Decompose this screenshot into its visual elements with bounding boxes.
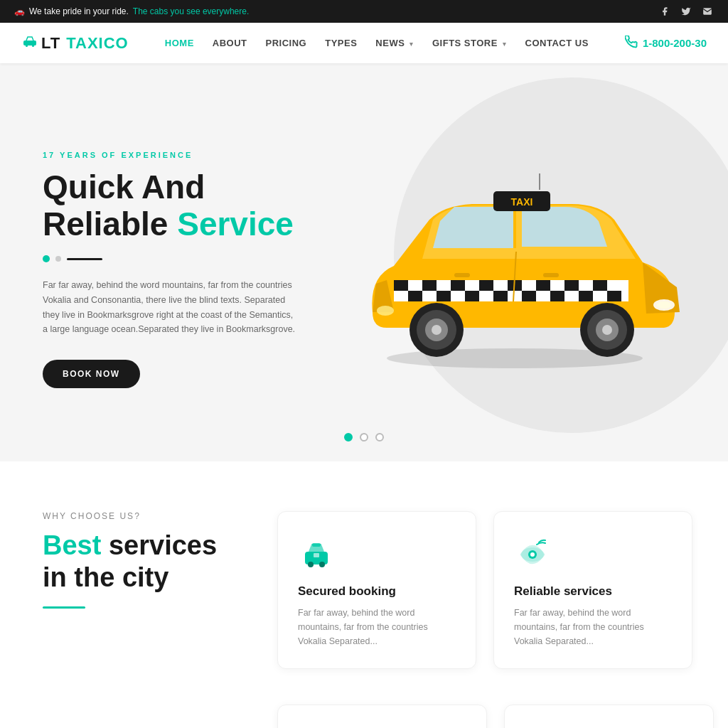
bottom-cards-row (0, 705, 728, 728)
svg-text:TAXI: TAXI (511, 196, 533, 208)
svg-point-1 (26, 45, 28, 47)
svg-point-2 (32, 45, 34, 47)
logo[interactable]: LT TAXICO (21, 33, 129, 53)
nav-item-gifts[interactable]: GIFTS STORE ▾ (432, 38, 507, 48)
chevron-down-icon: ▾ (503, 41, 507, 48)
navbar: LT TAXICO HOME ABOUT PRICING TYPES NEWS … (0, 23, 728, 63)
nav-item-news[interactable]: NEWS ▾ (375, 38, 414, 48)
slider-dot-1[interactable] (344, 433, 353, 441)
feature-icon-eye (514, 535, 551, 572)
feature-desc-reliable: Far far away, behind the word mountains,… (514, 606, 672, 648)
svg-point-31 (432, 325, 441, 335)
svg-point-46 (530, 552, 535, 557)
nav-link-news[interactable]: NEWS ▾ (375, 38, 414, 48)
hero-car-image: TAXI (330, 141, 700, 383)
topbar-text-highlight: The cabs you see everywhere. (133, 6, 249, 16)
svg-rect-15 (465, 291, 479, 301)
svg-rect-5 (394, 280, 408, 291)
book-now-button[interactable]: BOOK NOW (43, 360, 140, 388)
facebook-icon[interactable] (658, 5, 671, 18)
svg-point-27 (377, 306, 394, 316)
divider-line (67, 258, 102, 260)
nav-link-gifts[interactable]: GIFTS STORE ▾ (432, 38, 507, 48)
logo-car-icon (21, 33, 38, 53)
nav-link-about[interactable]: ABOUT (213, 38, 247, 48)
phone-icon (625, 36, 638, 51)
hero-title-line1: Quick And (43, 168, 205, 205)
slider-dot-2[interactable] (360, 433, 368, 441)
email-icon[interactable] (701, 5, 714, 18)
logo-lt: LT (41, 34, 60, 53)
svg-rect-17 (522, 291, 536, 301)
feature-desc-booking: Far far away, behind the word mountains,… (298, 606, 456, 648)
feature-title-reliable: Reliable services (514, 584, 672, 599)
features-subtitle: Why choose us? (43, 511, 263, 521)
top-bar-message: 🚗 We take pride in your ride. The cabs y… (14, 6, 249, 16)
divider-dot-gray (55, 256, 61, 262)
svg-rect-7 (451, 280, 465, 291)
svg-rect-37 (543, 273, 559, 277)
hero-title-line2-plain: Reliable (43, 205, 177, 242)
svg-rect-12 (593, 280, 607, 291)
svg-rect-36 (454, 273, 470, 277)
svg-rect-6 (422, 280, 437, 291)
feature-icon-taxi (298, 535, 335, 572)
nav-links: HOME ABOUT PRICING TYPES NEWS ▾ GIFTS ST… (165, 38, 589, 48)
feature-card-booking: Secured booking Far far away, behind the… (277, 511, 476, 669)
features-title-sub: in the city (43, 562, 168, 592)
nav-item-home[interactable]: HOME (165, 38, 194, 48)
features-title-rest: services (109, 530, 217, 560)
nav-link-contact[interactable]: CONTACT US (525, 38, 589, 48)
phone-number: 1-800-200-30 (643, 37, 707, 49)
feature-title-booking: Secured booking (298, 584, 456, 599)
feature-card-fast (277, 705, 487, 728)
features-title-green: Best (43, 530, 101, 560)
svg-rect-10 (536, 280, 550, 291)
nav-link-types[interactable]: TYPES (325, 38, 357, 48)
features-left: Why choose us? Best services in the city (21, 511, 263, 609)
features-section: Why choose us? Best services in the city… (0, 461, 728, 705)
svg-rect-18 (550, 291, 564, 301)
feature-card-reliable: Reliable services Far far away, behind t… (493, 511, 692, 669)
svg-rect-13 (408, 291, 422, 301)
logo-taxico: TAXICO (66, 34, 128, 53)
car-icon: 🚗 (14, 6, 25, 16)
features-divider (43, 606, 85, 609)
svg-rect-40 (312, 543, 321, 547)
hero-section: 17 YEARS OF EXPERIENCE Quick And Reliabl… (0, 63, 728, 461)
nav-item-types[interactable]: TYPES (325, 38, 357, 48)
hero-title: Quick And Reliable Service (43, 169, 299, 242)
svg-rect-20 (607, 291, 621, 301)
features-grid: Secured booking Far far away, behind the… (263, 511, 707, 669)
hero-divider (43, 255, 299, 262)
svg-rect-16 (493, 291, 508, 301)
features-title: Best services in the city (43, 530, 263, 594)
hero-content: 17 YEARS OF EXPERIENCE Quick And Reliabl… (43, 151, 299, 388)
slider-dot-3[interactable] (375, 433, 384, 441)
svg-point-26 (657, 301, 671, 309)
svg-rect-19 (579, 291, 593, 301)
chevron-down-icon: ▾ (410, 41, 414, 48)
top-bar: 🚗 We take pride in your ride. The cabs y… (0, 0, 728, 23)
nav-link-pricing[interactable]: PRICING (266, 38, 307, 48)
svg-rect-43 (314, 553, 319, 557)
hero-description: Far far away, behind the word mountains,… (43, 278, 299, 337)
svg-point-41 (308, 562, 314, 567)
nav-item-about[interactable]: ABOUT (213, 38, 247, 48)
nav-phone[interactable]: 1-800-200-30 (625, 36, 707, 51)
topbar-text-plain: We take pride in your ride. (29, 6, 129, 16)
nav-item-contact[interactable]: CONTACT US (525, 38, 589, 48)
svg-point-35 (602, 325, 612, 335)
nav-link-home[interactable]: HOME (165, 38, 194, 48)
svg-rect-8 (479, 280, 493, 291)
twitter-icon[interactable] (680, 5, 692, 18)
hero-eyebrow: 17 YEARS OF EXPERIENCE (43, 151, 299, 159)
nav-item-pricing[interactable]: PRICING (266, 38, 307, 48)
svg-rect-0 (23, 41, 36, 46)
svg-rect-11 (564, 280, 579, 291)
hero-title-line2-green: Service (177, 205, 294, 242)
feature-card-premium (504, 705, 714, 728)
divider-dot-teal (43, 255, 50, 262)
social-icons (658, 5, 714, 18)
slider-dots (344, 433, 384, 441)
